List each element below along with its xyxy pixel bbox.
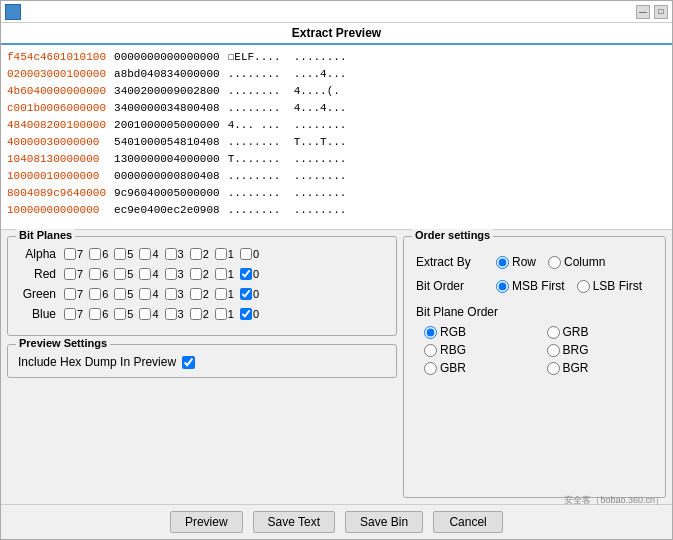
red-bit1[interactable]: 1 <box>215 268 234 280</box>
blue-bit5-check[interactable] <box>114 308 126 320</box>
red-bit6-check[interactable] <box>89 268 101 280</box>
blue-bit3[interactable]: 3 <box>165 308 184 320</box>
alpha-bit0[interactable]: 0 <box>240 248 259 260</box>
alpha-bit4-check[interactable] <box>139 248 151 260</box>
blue-bit4[interactable]: 4 <box>139 308 158 320</box>
red-label: Red <box>18 267 56 281</box>
alpha-bit6-check[interactable] <box>89 248 101 260</box>
bgr-option[interactable]: BGR <box>547 361 654 375</box>
green-bit3[interactable]: 3 <box>165 288 184 300</box>
hex-preview-area: f454c4601010100 020003000100000 4b604000… <box>1 45 672 230</box>
green-bit6[interactable]: 6 <box>89 288 108 300</box>
blue-bit0[interactable]: 0 <box>240 308 259 320</box>
blue-bit3-check[interactable] <box>165 308 177 320</box>
alpha-bit7-check[interactable] <box>64 248 76 260</box>
bit-planes-grid: Alpha 7 6 5 4 3 2 1 0 <box>18 247 386 321</box>
red-bit0-check[interactable] <box>240 268 252 280</box>
rbg-radio[interactable] <box>424 344 437 357</box>
red-bit5-check[interactable] <box>114 268 126 280</box>
green-bit1-check[interactable] <box>215 288 227 300</box>
green-bit7[interactable]: 7 <box>64 288 83 300</box>
blue-bit2[interactable]: 2 <box>190 308 209 320</box>
alpha-bit1-check[interactable] <box>215 248 227 260</box>
green-bit2-check[interactable] <box>190 288 202 300</box>
preview-button[interactable]: Preview <box>170 511 243 533</box>
red-bit5[interactable]: 5 <box>114 268 133 280</box>
title-bar-left <box>5 4 21 20</box>
blue-bit7[interactable]: 7 <box>64 308 83 320</box>
green-bit4[interactable]: 4 <box>139 288 158 300</box>
green-bit6-check[interactable] <box>89 288 101 300</box>
green-bit3-check[interactable] <box>165 288 177 300</box>
hex-dump-row: Include Hex Dump In Preview <box>18 355 386 369</box>
blue-bit6[interactable]: 6 <box>89 308 108 320</box>
red-bit2[interactable]: 2 <box>190 268 209 280</box>
hex-addresses: f454c4601010100 020003000100000 4b604000… <box>7 49 106 225</box>
grb-option[interactable]: GRB <box>547 325 654 339</box>
blue-bit1-check[interactable] <box>215 308 227 320</box>
alpha-bit3[interactable]: 3 <box>165 248 184 260</box>
blue-bit2-check[interactable] <box>190 308 202 320</box>
minimize-button[interactable]: — <box>636 5 650 19</box>
maximize-button[interactable]: □ <box>654 5 668 19</box>
bgr-radio[interactable] <box>547 362 560 375</box>
green-bit5-check[interactable] <box>114 288 126 300</box>
blue-bit1[interactable]: 1 <box>215 308 234 320</box>
blue-bit5[interactable]: 5 <box>114 308 133 320</box>
red-bit4[interactable]: 4 <box>139 268 158 280</box>
brg-radio[interactable] <box>547 344 560 357</box>
green-bit0-check[interactable] <box>240 288 252 300</box>
blue-bit4-check[interactable] <box>139 308 151 320</box>
green-bit1[interactable]: 1 <box>215 288 234 300</box>
alpha-bit2[interactable]: 2 <box>190 248 209 260</box>
alpha-bit7[interactable]: 7 <box>64 248 83 260</box>
red-bit7[interactable]: 7 <box>64 268 83 280</box>
blue-bit7-check[interactable] <box>64 308 76 320</box>
save-bin-button[interactable]: Save Bin <box>345 511 423 533</box>
cancel-button[interactable]: Cancel <box>433 511 503 533</box>
alpha-bit6[interactable]: 6 <box>89 248 108 260</box>
lsb-first-radio[interactable] <box>577 280 590 293</box>
brg-option[interactable]: BRG <box>547 343 654 357</box>
alpha-bit5[interactable]: 5 <box>114 248 133 260</box>
rbg-option[interactable]: RBG <box>424 343 531 357</box>
alpha-bit4[interactable]: 4 <box>139 248 158 260</box>
alpha-bit0-check[interactable] <box>240 248 252 260</box>
green-bit5[interactable]: 5 <box>114 288 133 300</box>
bit-plane-order-section: Bit Plane Order RGB GRB RBG BRG <box>416 305 653 375</box>
extract-by-row-radio[interactable] <box>496 256 509 269</box>
rgb-option[interactable]: RGB <box>424 325 531 339</box>
preview-settings-title: Preview Settings <box>16 337 110 349</box>
red-bit3[interactable]: 3 <box>165 268 184 280</box>
red-bit1-check[interactable] <box>215 268 227 280</box>
extract-by-column-radio[interactable] <box>548 256 561 269</box>
red-bit2-check[interactable] <box>190 268 202 280</box>
msb-first-option[interactable]: MSB First <box>496 279 565 293</box>
green-bit7-check[interactable] <box>64 288 76 300</box>
red-bit4-check[interactable] <box>139 268 151 280</box>
red-bit7-check[interactable] <box>64 268 76 280</box>
blue-bit6-check[interactable] <box>89 308 101 320</box>
gbr-option[interactable]: GBR <box>424 361 531 375</box>
grb-radio[interactable] <box>547 326 560 339</box>
alpha-bit3-check[interactable] <box>165 248 177 260</box>
gbr-radio[interactable] <box>424 362 437 375</box>
extract-by-column-option[interactable]: Column <box>548 255 605 269</box>
lsb-first-option[interactable]: LSB First <box>577 279 642 293</box>
green-bit0[interactable]: 0 <box>240 288 259 300</box>
hex-dump-checkbox[interactable] <box>182 356 195 369</box>
red-bit6[interactable]: 6 <box>89 268 108 280</box>
rgb-radio[interactable] <box>424 326 437 339</box>
msb-first-radio[interactable] <box>496 280 509 293</box>
green-bit4-check[interactable] <box>139 288 151 300</box>
extract-by-row-option[interactable]: Row <box>496 255 536 269</box>
bit-plane-order-grid: RGB GRB RBG BRG GBR <box>424 325 653 375</box>
save-text-button[interactable]: Save Text <box>253 511 335 533</box>
red-bit3-check[interactable] <box>165 268 177 280</box>
alpha-bit1[interactable]: 1 <box>215 248 234 260</box>
alpha-bit2-check[interactable] <box>190 248 202 260</box>
blue-bit0-check[interactable] <box>240 308 252 320</box>
green-bit2[interactable]: 2 <box>190 288 209 300</box>
red-bit0[interactable]: 0 <box>240 268 259 280</box>
alpha-bit5-check[interactable] <box>114 248 126 260</box>
